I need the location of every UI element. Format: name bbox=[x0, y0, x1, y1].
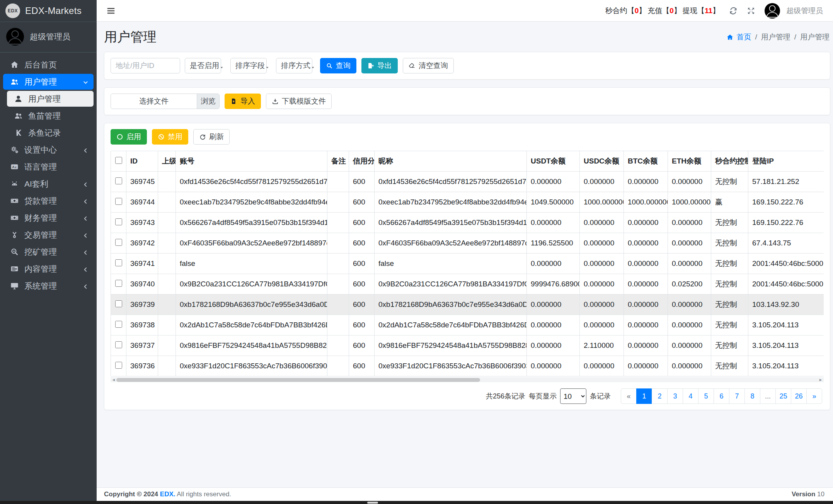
cell-eth: 0.000000 bbox=[668, 254, 711, 274]
sidebar-item-挖矿管理[interactable]: 挖矿管理 bbox=[3, 244, 94, 260]
export-button[interactable]: 导出 bbox=[361, 58, 398, 73]
table-row[interactable]: 3697420xF46035F66ba09A3c52Aee8e972bf1488… bbox=[111, 233, 824, 254]
row-checkbox[interactable] bbox=[115, 259, 122, 266]
cell-nick: 0x2dAb1C7a58c58de7c64bFDbA7BB3bf426D8682… bbox=[375, 315, 527, 335]
enabled-filter-select[interactable]: 是否启用 bbox=[185, 58, 221, 73]
sort-order-select[interactable]: 排序方式 bbox=[276, 58, 312, 73]
sidebar-item-鱼苗管理[interactable]: 鱼苗管理 bbox=[7, 108, 94, 124]
table-header-row: ID上级账号备注信用分昵称USDT余额USDC余额BTC余额ETH余额秒合约控制… bbox=[111, 151, 824, 172]
sidebar-item-语言管理[interactable]: Az语言管理 bbox=[3, 159, 94, 175]
page-button-5[interactable]: 5 bbox=[698, 388, 714, 404]
horizontal-scrollbar[interactable]: ◄ ► bbox=[111, 377, 824, 382]
table-row[interactable]: 3697400x9B2C0a231CC126CA77b981BA334197Df… bbox=[111, 274, 824, 295]
download-template-button[interactable]: 下载模版文件 bbox=[266, 94, 332, 109]
import-button[interactable]: 导入 bbox=[225, 94, 261, 109]
cell-control: 无控制 bbox=[711, 233, 748, 254]
browse-button[interactable]: 浏览 bbox=[197, 94, 219, 109]
sidebar-item-后台首页[interactable]: 后台首页 bbox=[3, 57, 94, 73]
page-button-8[interactable]: 8 bbox=[744, 388, 760, 404]
page-button-6[interactable]: 6 bbox=[714, 388, 729, 404]
refresh-icon[interactable] bbox=[729, 7, 738, 15]
row-checkbox[interactable] bbox=[115, 239, 122, 246]
page-button-26[interactable]: 26 bbox=[791, 388, 807, 404]
row-checkbox[interactable] bbox=[115, 341, 122, 348]
sidebar-item-用户管理[interactable]: 用户管理 bbox=[7, 91, 94, 107]
query-button[interactable]: 查询 bbox=[320, 58, 356, 73]
clear-query-button[interactable]: 清空查询 bbox=[403, 58, 454, 73]
sidebar-item-AI套利[interactable]: AI套利 bbox=[3, 176, 94, 192]
page-button-3[interactable]: 3 bbox=[667, 388, 683, 404]
stat-提现[interactable]: 提现【11】 bbox=[683, 6, 720, 16]
sidebar-item-杀鱼记录[interactable]: 杀鱼记录 bbox=[7, 125, 94, 141]
table-row[interactable]: 3697430x566267a4df8549f5a3915e075b3b15f3… bbox=[111, 213, 824, 233]
table-row[interactable]: 3697380x2dAb1C7a58c58de7c64bFDbA7BB3bf42… bbox=[111, 315, 824, 335]
page-button-2[interactable]: 2 bbox=[652, 388, 668, 404]
cell-control: 无控制 bbox=[711, 295, 748, 315]
cell-credit: 600 bbox=[349, 315, 375, 335]
sidebar-item-交易管理[interactable]: 交易管理 bbox=[3, 227, 94, 243]
scrollbar-thumb[interactable] bbox=[116, 378, 480, 382]
row-checkbox[interactable] bbox=[115, 300, 122, 307]
search-input[interactable] bbox=[111, 58, 180, 73]
footer-brand-link[interactable]: EDX. bbox=[160, 490, 175, 498]
page-button-25[interactable]: 25 bbox=[775, 388, 791, 404]
page-button-«[interactable]: « bbox=[621, 388, 637, 404]
row-checkbox[interactable] bbox=[115, 362, 122, 369]
breadcrumb-separator: / bbox=[794, 33, 796, 41]
table-row[interactable]: 3697450xfd14536e26c5f4cd55f7812579255d26… bbox=[111, 172, 824, 192]
cell-control: 无控制 bbox=[711, 213, 748, 233]
table-row[interactable]: 3697390xb1782168D9bA63637b0c7e955e343d6a… bbox=[111, 295, 824, 315]
sidebar-item-内容管理[interactable]: 内容管理 bbox=[3, 261, 94, 277]
brand[interactable]: EDX EDX-Markets bbox=[0, 0, 97, 22]
table-row[interactable]: 3697440xeec1ab7b2347952be9c4f8abbe32dd4f… bbox=[111, 192, 824, 213]
row-checkbox[interactable] bbox=[115, 280, 122, 287]
sidebar-item-贷款管理[interactable]: 贷款管理 bbox=[3, 193, 94, 209]
sidebar-item-label: 鱼苗管理 bbox=[28, 111, 61, 121]
table-row[interactable]: 3697360xe933F1d20C1F863553cAc7b36B6006f3… bbox=[111, 356, 824, 376]
file-input-group[interactable]: 选择文件 浏览 bbox=[111, 94, 220, 109]
scroll-right-arrow[interactable]: ► bbox=[819, 378, 823, 382]
row-checkbox[interactable] bbox=[115, 198, 122, 205]
file-input-label[interactable]: 选择文件 bbox=[111, 94, 197, 109]
topbar-right: 秒合约【0】充值【0】提现【11】 超级管理员 bbox=[605, 3, 823, 19]
main-area: 秒合约【0】充值【0】提现【11】 超级管理员 用户管理 首页 / bbox=[97, 0, 833, 504]
table-row[interactable]: 3697370x9816eFBF7529424548a41bA5755D98B8… bbox=[111, 335, 824, 356]
cell-parent bbox=[158, 295, 176, 315]
page-button-4[interactable]: 4 bbox=[683, 388, 698, 404]
column-header: BTC余额 bbox=[624, 151, 668, 172]
breadcrumb-home-link[interactable]: 首页 bbox=[726, 32, 751, 42]
scroll-left-arrow[interactable]: ◄ bbox=[112, 378, 116, 382]
sidebar-user-avatar[interactable] bbox=[6, 28, 24, 46]
enable-button[interactable]: 启用 bbox=[111, 129, 147, 145]
stat-秒合约[interactable]: 秒合约【0】 bbox=[605, 6, 646, 16]
page-button-7[interactable]: 7 bbox=[729, 388, 745, 404]
sidebar-item-设置中心[interactable]: 设置中心 bbox=[3, 142, 94, 158]
fullscreen-icon[interactable] bbox=[747, 7, 755, 15]
chevron-left-icon bbox=[82, 283, 89, 289]
sort-field-select[interactable]: 排序字段 bbox=[230, 58, 267, 73]
row-checkbox[interactable] bbox=[115, 218, 122, 225]
sidebar-item-财务管理[interactable]: 财务管理 bbox=[3, 210, 94, 226]
sidebar-item-系统管理[interactable]: 系统管理 bbox=[3, 278, 94, 294]
per-page-select[interactable]: 10 bbox=[560, 388, 586, 404]
download-icon bbox=[272, 98, 279, 105]
topbar-avatar[interactable] bbox=[765, 3, 780, 19]
page-button-1[interactable]: 1 bbox=[636, 388, 652, 404]
page-button-»[interactable]: » bbox=[806, 388, 822, 404]
select-all-checkbox[interactable] bbox=[115, 157, 122, 164]
cell-usdt: 1196.525500 bbox=[527, 233, 580, 254]
cell-note bbox=[327, 335, 349, 356]
row-checkbox[interactable] bbox=[115, 177, 122, 184]
table-row[interactable]: 369741false600false0.0000000.0000000.000… bbox=[111, 254, 824, 274]
cell-eth: 0.025200 bbox=[668, 274, 711, 295]
stat-充值[interactable]: 充值【0】 bbox=[647, 6, 681, 16]
refresh-button[interactable]: 刷新 bbox=[193, 129, 230, 145]
disable-button[interactable]: 禁用 bbox=[152, 129, 188, 145]
topbar-user-name[interactable]: 超级管理员 bbox=[786, 6, 823, 16]
menu-toggle-icon[interactable] bbox=[106, 6, 116, 16]
sidebar-user-name[interactable]: 超级管理员 bbox=[30, 31, 70, 42]
sidebar-item-用户管理[interactable]: 用户管理 bbox=[3, 74, 94, 90]
cell-btc: 0.000000 bbox=[624, 315, 668, 335]
cell-credit: 600 bbox=[349, 213, 375, 233]
row-checkbox[interactable] bbox=[115, 321, 122, 328]
